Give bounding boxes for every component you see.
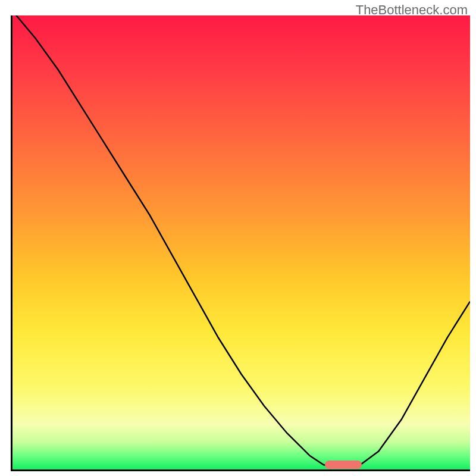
bottleneck-curve-line bbox=[12, 15, 470, 467]
chart-plot-area bbox=[11, 15, 470, 471]
watermark-text: TheBottleneck.com bbox=[356, 2, 468, 18]
optimal-range-marker bbox=[325, 461, 362, 469]
chart-curve-svg bbox=[12, 15, 470, 469]
